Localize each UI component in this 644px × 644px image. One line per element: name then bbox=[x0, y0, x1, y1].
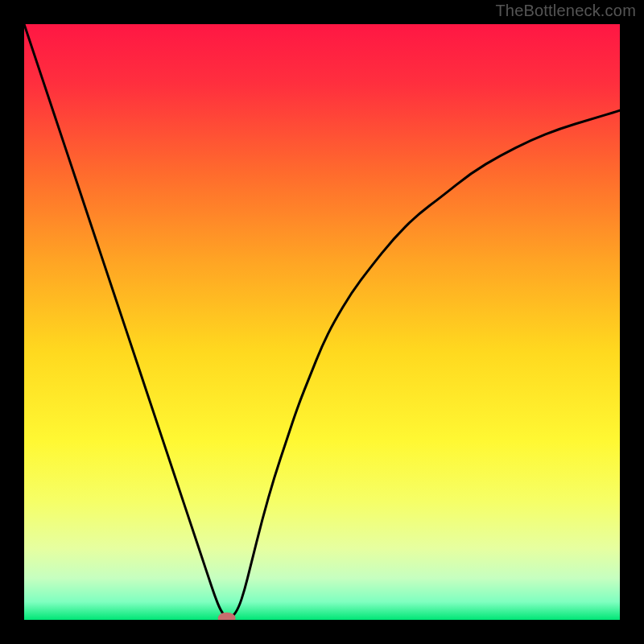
watermark-text: TheBottleneck.com bbox=[495, 2, 636, 20]
plot-frame bbox=[24, 24, 620, 620]
gradient-background bbox=[24, 24, 620, 620]
plot-area bbox=[24, 24, 620, 620]
chart-svg bbox=[24, 24, 620, 620]
chart-container: TheBottleneck.com bbox=[0, 0, 644, 644]
